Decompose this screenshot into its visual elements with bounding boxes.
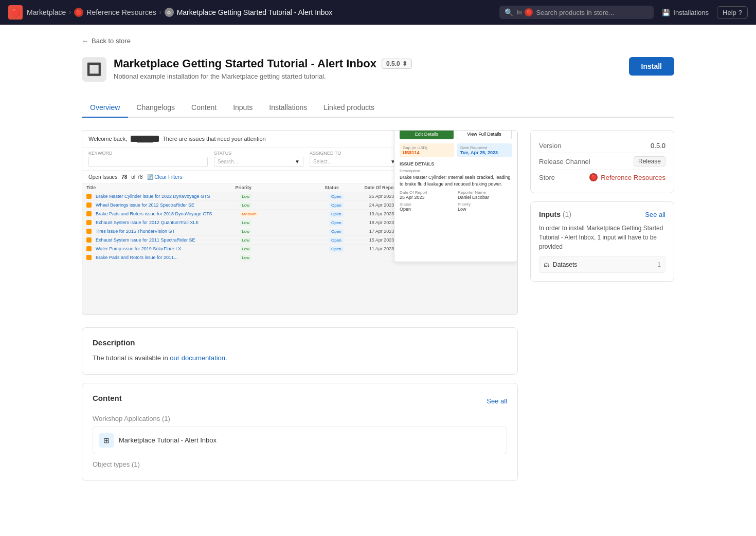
version-row: Version 0.5.0 <box>539 139 665 153</box>
workshop-app-icon: ⊞ <box>99 433 114 448</box>
inputs-header: Inputs (1) See all <box>539 210 665 218</box>
description-title: Description <box>93 338 507 347</box>
version-card: Version 0.5.0 Release Channel Release St… <box>530 130 674 193</box>
keyword-input[interactable] <box>88 157 208 167</box>
installations-button[interactable]: 💾 Installations <box>658 7 713 19</box>
tab-content[interactable]: Content <box>183 98 225 118</box>
help-button[interactable]: Help ? <box>717 6 748 19</box>
content-layout: Welcome back, ████ There are issues that… <box>82 130 674 489</box>
top-navigation: 🔴 Marketplace › 🔴 Reference Resources › … <box>0 0 756 25</box>
content-section: Content See all Workshop Applications (1… <box>82 383 518 481</box>
tab-installations[interactable]: Installations <box>261 98 315 118</box>
product-icon: 🔲 <box>82 57 106 82</box>
dataset-count: 1 <box>657 261 661 268</box>
gap-value: US$114 <box>403 150 451 155</box>
store-icon-2: ⚙ <box>165 8 174 17</box>
search-in-label: In <box>516 9 521 16</box>
description-text: The tutorial is available in our documen… <box>93 353 507 364</box>
version-value: 0.5.0 <box>386 60 400 67</box>
installations-label: Installations <box>673 9 709 16</box>
product-title-area: Marketplace Getting Started Tutorial - A… <box>114 57 412 80</box>
preview-welcome: Welcome back, ████ There are issues that… <box>88 136 266 142</box>
reporter-name-label: Reporter Name <box>458 190 512 195</box>
app-screenshot-preview: Welcome back, ████ There are issues that… <box>82 130 518 315</box>
dataset-icon: 🗂 <box>544 261 550 268</box>
back-arrow-icon: ← <box>82 37 88 45</box>
breadcrumb: Marketplace › 🔴 Reference Resources › ⚙ … <box>27 8 495 17</box>
app-logo[interactable]: 🔴 <box>8 5 23 20</box>
product-title: Marketplace Getting Started Tutorial - A… <box>114 57 412 70</box>
gap-label: Gap (in USD) <box>403 145 451 150</box>
breadcrumb-marketplace[interactable]: Marketplace <box>27 8 66 16</box>
store-label: Store <box>539 174 555 181</box>
inputs-title: Inputs (1) <box>539 210 571 218</box>
status-detail-value: Open <box>400 207 454 212</box>
search-icon: 🔍 <box>505 8 513 16</box>
date-reported-value: Tue, Apr 25, 2023 <box>460 150 509 155</box>
content-sidebar: Version 0.5.0 Release Channel Release St… <box>530 130 674 489</box>
open-issues-count: 78 <box>121 174 127 180</box>
store-value-area: 🔴 Reference Resources <box>589 173 665 181</box>
tab-inputs[interactable]: Inputs <box>225 98 261 118</box>
edit-details-button[interactable]: Edit Details <box>400 130 454 139</box>
search-input[interactable] <box>536 9 649 16</box>
workshop-apps-title: Workshop Applications (1) <box>93 415 507 422</box>
assigned-label: ASSIGNED TO <box>310 151 399 156</box>
breadcrumb-current: Marketplace Getting Started Tutorial - A… <box>177 8 333 16</box>
version-badge[interactable]: 0.5.0 ⇕ <box>382 59 412 69</box>
tab-changelogs[interactable]: Changelogs <box>128 98 183 118</box>
dataset-row: 🗂 Datasets 1 <box>539 256 665 273</box>
product-subtitle: Notional example installation for the Ma… <box>114 72 412 80</box>
tab-linked-products[interactable]: Linked products <box>315 98 383 118</box>
status-detail-label: Status <box>400 202 454 207</box>
breadcrumb-reference[interactable]: Reference Resources <box>86 8 156 16</box>
dataset-label: 🗂 Datasets <box>544 261 577 268</box>
date-of-report-value: 25 Apr 2023 <box>400 195 454 200</box>
back-to-store-label: Back to store <box>92 37 131 45</box>
date-of-report-label: Date Of Report <box>400 190 454 195</box>
store-row: Store 🔴 Reference Resources <box>539 170 665 184</box>
inputs-description: In order to install Marketplace Getting … <box>539 224 665 251</box>
detail-panel: Brake Master Cylinder issue for 2022 Dyn… <box>394 130 517 262</box>
content-title: Content <box>93 394 122 402</box>
workshop-app-name: Marketplace Tutorial - Alert Inbox <box>119 436 217 444</box>
description-text: Brake Master Cylinder: Internal seals cr… <box>400 174 512 187</box>
documentation-link[interactable]: our documentation <box>170 354 225 362</box>
tab-overview[interactable]: Overview <box>82 98 128 118</box>
content-main: Welcome back, ████ There are issues that… <box>82 130 518 489</box>
store-row-icon: 🔴 <box>589 173 598 181</box>
main-content: ← Back to store 🔲 Marketplace Getting St… <box>69 25 687 502</box>
clear-filters-button[interactable]: 🔄 Clear Filters <box>147 174 183 180</box>
workshop-app-item[interactable]: ⊞ Marketplace Tutorial - Alert Inbox <box>93 427 507 454</box>
version-value: 0.5.0 <box>651 142 665 150</box>
release-channel-label: Release Channel <box>539 158 590 165</box>
search-area[interactable]: 🔍 In 🔴 <box>499 6 654 19</box>
keyword-label: KEYWORD <box>88 151 208 156</box>
content-see-all[interactable]: See all <box>487 397 507 405</box>
install-button[interactable]: Install <box>629 57 674 76</box>
product-tabs: Overview Changelogs Content Inputs Insta… <box>82 98 674 118</box>
content-section-header: Content See all <box>93 394 507 409</box>
release-channel-value: Release <box>634 156 665 167</box>
breadcrumb-sep-2: › <box>159 9 161 16</box>
priority-detail-value: Low <box>458 207 512 212</box>
description-label: Description <box>400 169 512 173</box>
issue-details-label: ISSUE DETAILS <box>400 161 512 167</box>
open-issues-label: Open Issues <box>88 174 117 180</box>
help-label: Help <box>723 9 736 16</box>
version-chevron-icon: ⇕ <box>402 60 407 67</box>
store-icon-1: 🔴 <box>74 8 83 17</box>
help-icon: ? <box>739 9 742 16</box>
product-header-left: 🔲 Marketplace Getting Started Tutorial -… <box>82 57 412 82</box>
installations-icon: 💾 <box>662 9 670 16</box>
view-full-details-button[interactable]: View Full Details <box>457 130 512 139</box>
status-label: STATUS <box>214 151 303 156</box>
search-store-icon: 🔴 <box>525 8 533 16</box>
inputs-card: Inputs (1) See all In order to install M… <box>530 201 674 282</box>
date-reported-label: Date Reported <box>460 145 509 150</box>
store-name: Reference Resources <box>601 174 665 181</box>
breadcrumb-sep-1: › <box>69 9 71 16</box>
priority-detail-label: Priority <box>458 202 512 207</box>
back-to-store-link[interactable]: ← Back to store <box>82 37 674 45</box>
inputs-see-all[interactable]: See all <box>645 211 665 218</box>
